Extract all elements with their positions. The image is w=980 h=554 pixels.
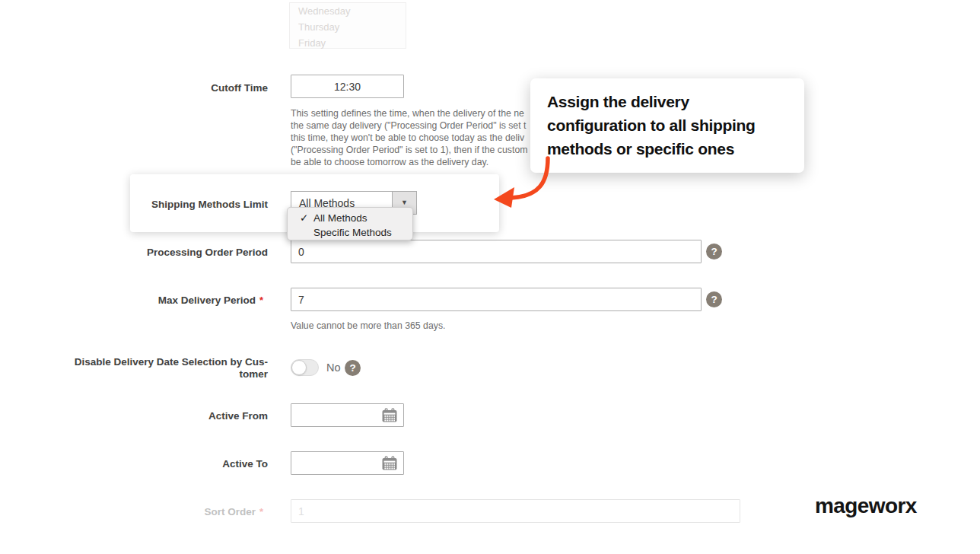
shipping-methods-limit-label: Shipping Methods Limit — [46, 199, 268, 211]
shipping-methods-dropdown: ✓ All Methods Specific Methods — [287, 207, 413, 240]
callout-arrow-icon — [487, 151, 571, 219]
sort-order-label: Sort Order — [46, 506, 256, 518]
help-line: the same day delivery ("Processing Order… — [291, 119, 528, 132]
dropdown-option-specific-methods[interactable]: Specific Methods — [288, 225, 412, 240]
sort-order-input[interactable] — [291, 499, 740, 523]
dropdown-option-label: All Methods — [313, 212, 368, 224]
help-line: This setting defines the time, when the … — [291, 107, 528, 119]
sort-order-row: Sort Order * — [0, 0, 980, 554]
dropdown-option-all-methods[interactable]: ✓ All Methods — [288, 211, 412, 225]
required-asterisk: * — [259, 506, 263, 517]
page: Wednesday Thursday Friday Cutoff Time Th… — [0, 0, 980, 554]
dropdown-option-label: Specific Methods — [313, 227, 392, 238]
mageworx-logo: mageworx — [815, 494, 917, 518]
help-line: this time, they won't be able to choose … — [291, 132, 528, 144]
checkmark-icon: ✓ — [300, 211, 308, 225]
callout-tooltip: Assign the delivery configuration to all… — [530, 78, 804, 173]
